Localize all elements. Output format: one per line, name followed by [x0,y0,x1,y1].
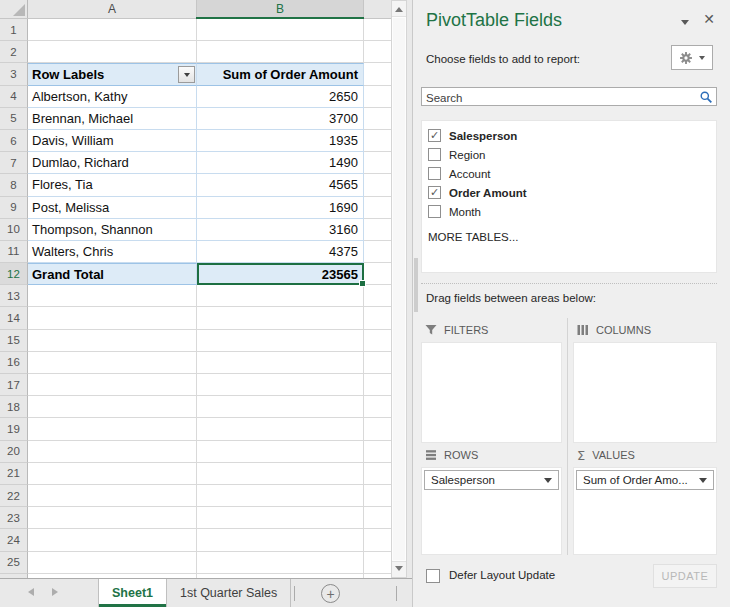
row-header-9[interactable]: 9 [0,197,28,219]
cell-C13[interactable] [364,285,391,307]
row-header-21[interactable]: 21 [0,463,28,485]
scroll-up-button[interactable] [392,1,406,17]
field-checkbox[interactable] [428,148,441,161]
filter-dropdown-button[interactable] [178,66,195,83]
pane-scrollbar-thumb[interactable] [414,258,418,312]
sheet-tab-sheet1[interactable]: Sheet1 [98,579,167,607]
cell-C4[interactable] [364,86,391,108]
cell-C7[interactable] [364,152,391,174]
cell-A13[interactable] [28,285,197,307]
selected-cell-B12[interactable]: 23565 [197,263,364,285]
row-header-15[interactable]: 15 [0,330,28,352]
field-checkbox[interactable]: ✓ [428,186,441,199]
vertical-scrollbar-thumb[interactable] [393,18,405,560]
cell-B6[interactable]: 1935 [197,130,364,152]
cell-B17[interactable] [197,374,364,396]
more-tables-link[interactable]: MORE TABLES... [422,231,716,243]
row-header-22[interactable]: 22 [0,485,28,507]
cell-C5[interactable] [364,108,391,130]
cell-B4[interactable]: 2650 [197,86,364,108]
cell-C17[interactable] [364,374,391,396]
cell-A24[interactable] [28,529,197,551]
cell-A5[interactable]: Brennan, Michael [28,108,197,130]
field-item-month[interactable]: Month [422,202,716,221]
cell-A9[interactable]: Post, Melissa [28,197,197,219]
column-header-a[interactable]: A [28,0,197,18]
field-checkbox[interactable] [428,167,441,180]
cell-C22[interactable] [364,485,391,507]
pane-options-chevron-icon[interactable] [681,20,689,29]
values-box[interactable]: Sum of Order Amo... [573,467,717,555]
column-header-b[interactable]: B [197,0,364,18]
field-checkbox[interactable] [428,205,441,218]
field-item-order-amount[interactable]: ✓Order Amount [422,183,716,202]
cell-B22[interactable] [197,485,364,507]
cell-A7[interactable]: Dumlao, Richard [28,152,197,174]
cell-C19[interactable] [364,418,391,440]
cell-A17[interactable] [28,374,197,396]
cell-C12[interactable] [364,263,391,285]
cell-B18[interactable] [197,396,364,418]
cell-B9[interactable]: 1690 [197,197,364,219]
cell-B5[interactable]: 3700 [197,108,364,130]
row-header-2[interactable]: 2 [0,41,28,63]
row-header-8[interactable]: 8 [0,174,28,196]
cell-B11[interactable]: 4375 [197,241,364,263]
cell-C16[interactable] [364,352,391,374]
field-item-account[interactable]: Account [422,164,716,183]
rows-box[interactable]: Salesperson [421,467,562,555]
select-all-corner[interactable] [0,0,28,18]
row-header-20[interactable]: 20 [0,441,28,463]
field-pill-rows[interactable]: Salesperson [424,470,559,490]
cell-A3[interactable]: Row Labels [28,63,197,85]
cell-A1[interactable] [28,19,197,41]
scroll-down-button[interactable] [392,561,406,577]
field-checkbox[interactable]: ✓ [428,129,441,142]
cell-A8[interactable]: Flores, Tia [28,174,197,196]
cell-A14[interactable] [28,307,197,329]
row-header-12[interactable]: 12 [0,263,28,285]
cell-B7[interactable]: 1490 [197,152,364,174]
cell-C10[interactable] [364,219,391,241]
update-button[interactable]: UPDATE [653,564,717,588]
row-header-11[interactable]: 11 [0,241,28,263]
cell-C1[interactable] [364,19,391,41]
cell-A11[interactable]: Walters, Chris [28,241,197,263]
cell-B2[interactable] [197,41,364,63]
column-header-c[interactable] [364,0,391,18]
cell-B13[interactable] [197,285,364,307]
cell-B3[interactable]: Sum of Order Amount [197,63,364,85]
cell-B24[interactable] [197,529,364,551]
cell-A19[interactable] [28,418,197,440]
pane-close-icon[interactable]: ✕ [703,12,715,26]
cell-B16[interactable] [197,352,364,374]
row-header-3[interactable]: 3 [0,63,28,85]
cell-A25[interactable] [28,552,197,574]
cell-A21[interactable] [28,463,197,485]
field-item-region[interactable]: Region [422,145,716,164]
tab-nav-right-icon[interactable] [52,588,62,596]
cell-C6[interactable] [364,130,391,152]
cell-A6[interactable]: Davis, William [28,130,197,152]
cell-A16[interactable] [28,352,197,374]
row-header-25[interactable]: 25 [0,552,28,574]
row-header-16[interactable]: 16 [0,352,28,374]
cell-B15[interactable] [197,330,364,352]
row-header-19[interactable]: 19 [0,418,28,440]
cell-A22[interactable] [28,485,197,507]
row-header-17[interactable]: 17 [0,374,28,396]
columns-box[interactable] [573,342,717,443]
row-header-10[interactable]: 10 [0,219,28,241]
cell-B19[interactable] [197,418,364,440]
defer-layout-checkbox[interactable] [426,569,440,583]
cell-B20[interactable] [197,441,364,463]
cell-B10[interactable]: 3160 [197,219,364,241]
row-header-5[interactable]: 5 [0,108,28,130]
cell-C20[interactable] [364,441,391,463]
field-pill-values[interactable]: Sum of Order Amo... [576,470,714,490]
search-input[interactable] [422,90,716,107]
cell-C2[interactable] [364,41,391,63]
cell-C21[interactable] [364,463,391,485]
row-header-4[interactable]: 4 [0,86,28,108]
cell-C9[interactable] [364,197,391,219]
